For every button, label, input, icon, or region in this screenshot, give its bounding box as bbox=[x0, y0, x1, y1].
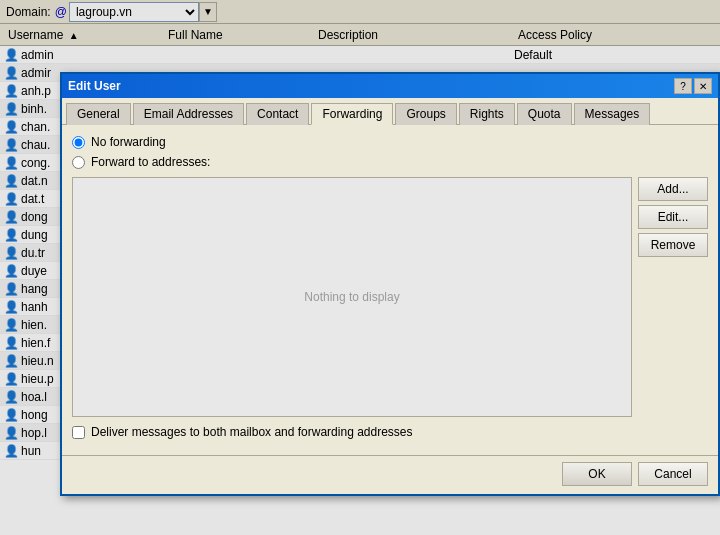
no-forwarding-label: No forwarding bbox=[91, 135, 166, 149]
tab-messages[interactable]: Messages bbox=[574, 103, 651, 125]
dialog-footer: OK Cancel bbox=[62, 455, 718, 494]
forward-action-buttons: Add... Edit... Remove bbox=[638, 177, 708, 417]
forward-to-radio[interactable] bbox=[72, 156, 85, 169]
no-forwarding-radio[interactable] bbox=[72, 136, 85, 149]
tab-groups[interactable]: Groups bbox=[395, 103, 456, 125]
forward-list-area: Nothing to display Add... Edit... Remove bbox=[72, 177, 708, 417]
remove-button[interactable]: Remove bbox=[638, 233, 708, 257]
list-empty-text: Nothing to display bbox=[304, 290, 399, 304]
dialog-content: No forwarding Forward to addresses: Noth… bbox=[62, 125, 718, 455]
deliver-checkbox[interactable] bbox=[72, 426, 85, 439]
tab-forwarding[interactable]: Forwarding bbox=[311, 103, 393, 125]
dialog-close-button[interactable]: ✕ bbox=[694, 78, 712, 94]
tab-quota[interactable]: Quota bbox=[517, 103, 572, 125]
no-forwarding-option: No forwarding bbox=[72, 135, 708, 149]
dialog-help-button[interactable]: ? bbox=[674, 78, 692, 94]
forward-addresses-list[interactable]: Nothing to display bbox=[72, 177, 632, 417]
ok-button[interactable]: OK bbox=[562, 462, 632, 486]
tabs-bar: GeneralEmail AddressesContactForwardingG… bbox=[62, 98, 718, 125]
dialog-titlebar: Edit User ? ✕ bbox=[62, 74, 718, 98]
main-area: Domain: @ lagroup.vn ▼ Username ▲ Full N… bbox=[0, 0, 720, 535]
forwarding-radio-group: No forwarding Forward to addresses: bbox=[72, 135, 708, 169]
forward-to-option: Forward to addresses: bbox=[72, 155, 708, 169]
add-button[interactable]: Add... bbox=[638, 177, 708, 201]
dialog-title-buttons: ? ✕ bbox=[674, 78, 712, 94]
deliver-option: Deliver messages to both mailbox and for… bbox=[72, 425, 708, 439]
dialog-overlay: Edit User ? ✕ GeneralEmail AddressesCont… bbox=[0, 0, 720, 535]
tab-contact[interactable]: Contact bbox=[246, 103, 309, 125]
cancel-button[interactable]: Cancel bbox=[638, 462, 708, 486]
tab-rights[interactable]: Rights bbox=[459, 103, 515, 125]
edit-user-dialog: Edit User ? ✕ GeneralEmail AddressesCont… bbox=[60, 72, 720, 496]
deliver-label: Deliver messages to both mailbox and for… bbox=[91, 425, 413, 439]
tab-email-addresses[interactable]: Email Addresses bbox=[133, 103, 244, 125]
dialog-title: Edit User bbox=[68, 79, 121, 93]
tab-general[interactable]: General bbox=[66, 103, 131, 125]
edit-button[interactable]: Edit... bbox=[638, 205, 708, 229]
forward-to-label: Forward to addresses: bbox=[91, 155, 210, 169]
